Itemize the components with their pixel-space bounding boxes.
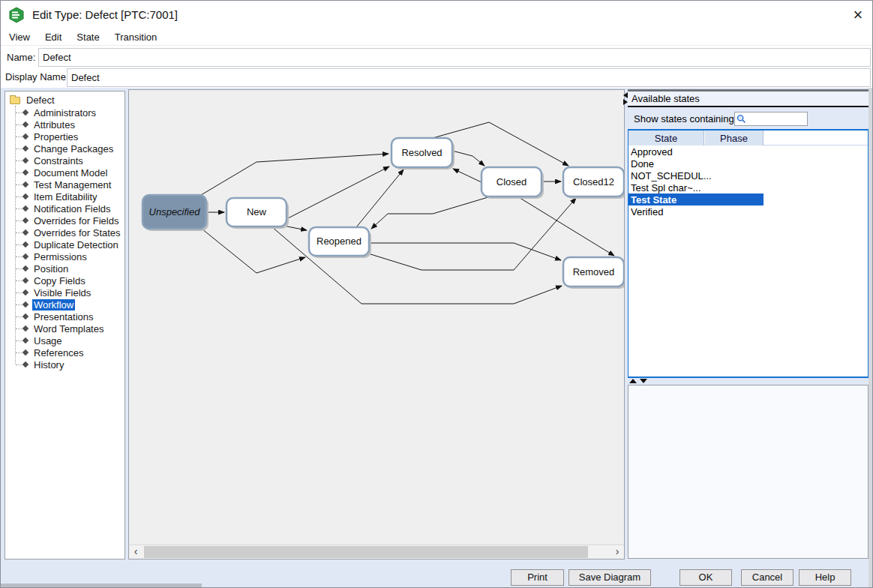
menu-edit[interactable]: Edit (43, 30, 64, 44)
tree-connector-stub (16, 328, 22, 329)
state-row-not-schedul-[interactable]: NOT_SCHEDUL... (628, 170, 868, 182)
state-node-removed[interactable]: Removed (563, 257, 624, 289)
state-row-approved[interactable]: Approved (628, 146, 868, 158)
cancel-button[interactable]: Cancel (741, 569, 794, 586)
tree-node-icon (22, 254, 28, 260)
transition-closed-to-reopened[interactable] (371, 196, 490, 229)
ok-button[interactable]: OK (680, 569, 732, 586)
tree-connector-stub (16, 160, 22, 161)
menu-view[interactable]: View (7, 30, 32, 44)
tree-connector-stub (16, 364, 22, 365)
transition-unspecified-to-resolved[interactable] (201, 154, 388, 195)
tree-item-label: Properties (32, 131, 80, 142)
state-node-closed12[interactable]: Closed12 (563, 167, 624, 199)
tree-item-visible-fields[interactable]: Visible Fields (5, 286, 124, 298)
help-button[interactable]: Help (799, 569, 851, 586)
tree-item-test-management[interactable]: Test Management (5, 178, 124, 190)
tree-item-label: Workflow (32, 299, 75, 310)
column-header-phase[interactable]: Phase (705, 130, 764, 146)
menu-bar: View Edit State Transition (1, 29, 873, 46)
type-properties-tree: Defect AdministratorsAttributesPropertie… (5, 92, 124, 370)
tree-connector-stub (16, 268, 22, 269)
state-node-unspecified[interactable]: Unspecified (142, 195, 208, 231)
tree-item-notification-fields[interactable]: Notification Fields (5, 202, 124, 214)
edit-type-window: Edit Type: Defect [PTC:7001] × View Edit… (0, 0, 873, 588)
tree-item-label: Visible Fields (32, 287, 92, 298)
tree-item-constraints[interactable]: Constraints (5, 154, 124, 166)
state-row-test-state[interactable]: Test State (628, 194, 764, 206)
tree-item-label: Usage (32, 335, 64, 346)
column-header-state[interactable]: State (628, 130, 704, 146)
state-row-done[interactable]: Done (628, 158, 868, 170)
save-diagram-button[interactable]: Save Diagram (568, 569, 651, 586)
tree-item-document-model[interactable]: Document Model (5, 166, 124, 178)
state-node-reopened[interactable]: Reopened (309, 227, 371, 258)
menu-transition[interactable]: Transition (112, 30, 160, 44)
state-node-resolved[interactable]: Resolved (392, 138, 454, 170)
transition-closed-to-resolved[interactable] (453, 169, 482, 182)
tree-item-overrides-for-fields[interactable]: Overrides for Fields (5, 214, 124, 226)
close-icon[interactable]: × (848, 5, 868, 25)
app-icon (8, 7, 25, 23)
state-node-new[interactable]: New (226, 198, 289, 229)
menu-state[interactable]: State (74, 30, 101, 44)
scrollbar-thumb[interactable] (144, 546, 588, 558)
tree-item-word-templates[interactable]: Word Templates (5, 322, 124, 334)
tree-item-administrators[interactable]: Administrators (5, 106, 124, 118)
tree-connector-stub (16, 196, 22, 197)
print-button[interactable]: Print (511, 569, 564, 586)
tree-item-presentations[interactable]: Presentations (5, 310, 124, 322)
tree-item-history[interactable]: History (5, 358, 124, 370)
name-field[interactable] (38, 48, 871, 67)
name-label: Name: (7, 52, 35, 63)
title-bar: Edit Type: Defect [PTC:7001] × (1, 1, 873, 29)
tree-connector-stub (16, 124, 22, 125)
tree-node-icon (22, 182, 28, 188)
tree-node-icon (22, 326, 28, 332)
state-row-verified[interactable]: Verified (628, 206, 868, 218)
scroll-left-icon[interactable]: ‹ (129, 545, 142, 559)
tree-node-icon (22, 362, 28, 368)
display-name-label: Display Name: (5, 71, 69, 82)
workflow-diagram: UnspecifiedNewReopenedResolvedClosedClos… (129, 90, 624, 544)
tree-item-item-editability[interactable]: Item Editability (5, 190, 124, 202)
tree-item-label: History (32, 359, 65, 370)
tree-item-properties[interactable]: Properties (5, 130, 124, 142)
tree-node-icon (22, 170, 28, 176)
transition-new-to-resolved[interactable] (286, 166, 389, 219)
tree-item-copy-fields[interactable]: Copy Fields (5, 274, 124, 286)
tree-item-change-packages[interactable]: Change Packages (5, 142, 124, 154)
tree-item-references[interactable]: References (5, 346, 124, 358)
tree-connector-stub (16, 172, 22, 173)
tree-item-overrides-for-states[interactable]: Overrides for States (5, 226, 124, 238)
tree-node-icon (22, 242, 28, 248)
display-name-field[interactable] (67, 68, 871, 87)
tree-item-permissions[interactable]: Permissions (5, 250, 124, 262)
state-node-closed[interactable]: Closed (482, 167, 544, 199)
transition-closed-to-removed[interactable] (518, 196, 614, 256)
tree-item-usage[interactable]: Usage (5, 334, 124, 346)
tree-item-workflow[interactable]: Workflow (5, 298, 124, 310)
state-row-test-spl-char-[interactable]: Test Spl char~... (628, 182, 868, 194)
svg-text:Reopened: Reopened (316, 236, 362, 247)
tree-item-label: Test Management (32, 179, 112, 190)
tree-item-duplicate-detection[interactable]: Duplicate Detection (5, 238, 124, 250)
available-states-panel: Available states Show states containing … (628, 89, 868, 559)
transition-unspecified-to-reopened[interactable] (202, 229, 305, 273)
tree-root-defect[interactable]: Defect (5, 94, 124, 106)
transition-reopened-to-closed12[interactable] (368, 198, 576, 270)
tree-item-position[interactable]: Position (5, 262, 124, 274)
transition-reopened-to-removed[interactable] (369, 243, 561, 260)
lower-empty-panel (628, 385, 868, 559)
states-filter-input[interactable] (746, 113, 805, 124)
transition-resolved-to-closed[interactable] (452, 151, 484, 166)
available-states-title: Available states (628, 92, 868, 107)
search-icon (736, 114, 746, 124)
tree-connector-stub (16, 316, 22, 317)
tree-item-label: Constraints (32, 155, 85, 166)
transition-reopened-to-resolved[interactable] (356, 170, 404, 227)
tree-item-attributes[interactable]: Attributes (5, 118, 124, 130)
scroll-right-icon[interactable]: › (610, 545, 624, 559)
right-edge-strip (868, 88, 873, 588)
tree-item-label: Presentations (32, 311, 95, 322)
